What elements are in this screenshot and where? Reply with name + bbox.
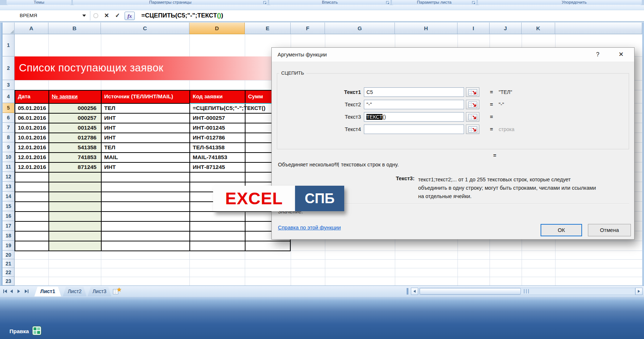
ribbon-group-3[interactable]: Вписать <box>269 0 390 5</box>
cell-C9[interactable]: ТЕЛ <box>102 142 189 152</box>
column-header-E[interactable]: E <box>245 23 291 34</box>
name-box[interactable]: ВРЕМЯ <box>20 10 37 21</box>
nav-next-icon[interactable] <box>17 289 20 294</box>
row-header-21[interactable]: 21 <box>3 259 15 268</box>
cell-A5[interactable]: 05.01.2016 <box>15 103 48 113</box>
field-input-3[interactable]: ТЕКСТ() <box>364 112 464 122</box>
column-header-C[interactable]: C <box>101 23 189 34</box>
dialog-cancel-button[interactable]: Отмена <box>588 224 631 236</box>
enter-entry-icon[interactable]: ✓ <box>115 10 120 21</box>
nav-first-icon[interactable] <box>3 289 7 294</box>
function-help-link[interactable]: Справка по этой функции <box>278 225 341 230</box>
cell-B11[interactable]: 871245 <box>48 162 100 172</box>
cell-A7[interactable]: 10.01.2016 <box>15 123 48 133</box>
select-all-corner[interactable] <box>3 23 15 34</box>
column-header-A[interactable]: A <box>15 23 48 34</box>
hscroll-grip[interactable] <box>524 289 530 293</box>
row-header-22[interactable]: 22 <box>3 268 15 277</box>
row-header-2[interactable]: 2 <box>3 56 15 80</box>
nav-prev-icon[interactable] <box>10 289 13 294</box>
row-header-16[interactable]: 16 <box>3 211 15 221</box>
row-header-7[interactable]: 7 <box>3 123 15 133</box>
row-header-6[interactable]: 6 <box>3 113 15 123</box>
cell-C11[interactable]: ИНТ <box>102 162 189 172</box>
collapse-dialog-button[interactable] <box>466 112 479 122</box>
row-header-17[interactable]: 17 <box>3 221 15 231</box>
field-input-4[interactable] <box>364 125 464 134</box>
row-header-9[interactable]: 9 <box>3 142 15 152</box>
insert-worksheet-icon[interactable] <box>112 287 123 296</box>
column-header-G[interactable]: G <box>325 23 395 34</box>
cell-A9[interactable]: 12.01.2016 <box>15 142 48 152</box>
cell-C7[interactable]: ИНТ <box>102 123 189 133</box>
cell-C8[interactable]: ИНТ <box>102 133 189 142</box>
field-input-1[interactable]: C5 <box>364 87 464 97</box>
cell-B8[interactable]: 012786 <box>48 133 100 142</box>
sheet-tab-Лист3[interactable]: Лист3 <box>87 287 111 297</box>
hscroll-left-button[interactable] <box>411 288 418 295</box>
row-header-1[interactable]: 1 <box>3 34 15 56</box>
cell-A11[interactable]: 12.01.2016 <box>15 162 48 172</box>
hscroll-right-button[interactable] <box>635 288 643 295</box>
cell-B6[interactable]: 000257 <box>48 113 100 123</box>
column-header-B[interactable]: B <box>48 23 101 34</box>
dialog-launcher-icon[interactable] <box>386 1 389 4</box>
row-header-20[interactable]: 20 <box>3 251 15 259</box>
hscroll-thumb[interactable] <box>420 288 521 295</box>
ribbon-group-1[interactable]: Темы <box>7 0 71 5</box>
column-header-J[interactable]: J <box>490 23 522 34</box>
cell-A10[interactable]: 12.01.2016 <box>15 152 48 162</box>
close-icon[interactable]: ✕ <box>612 48 630 62</box>
column-header-I[interactable]: I <box>458 23 490 34</box>
row-header-13[interactable]: 13 <box>3 182 15 192</box>
row-header-19[interactable]: 19 <box>3 241 15 251</box>
cell-B5[interactable]: 000256 <box>48 103 100 113</box>
cell-C5[interactable]: ТЕЛ <box>102 103 189 113</box>
collapse-dialog-button[interactable] <box>466 125 479 134</box>
ok-button[interactable]: ОК <box>541 224 582 236</box>
cell-B10[interactable]: 741853 <box>48 152 100 162</box>
cell-C6[interactable]: ИНТ <box>102 113 189 123</box>
cell-A8[interactable]: 10.01.2016 <box>15 133 48 142</box>
sheet-tab-Лист1[interactable]: Лист1 <box>34 287 61 297</box>
dialog-launcher-icon[interactable] <box>472 1 475 4</box>
cell-B9[interactable]: 541358 <box>48 142 100 152</box>
ribbon-group-5[interactable]: Упорядочить <box>478 0 642 5</box>
row-header-5[interactable]: 5 <box>3 103 15 113</box>
dialog-titlebar[interactable]: Аргументы функции ? ✕ <box>272 48 634 62</box>
formula-input[interactable]: =СЦЕПИТЬ(C5;"-";ТЕКСТ()) <box>141 10 223 21</box>
row-header-4[interactable]: 4 <box>3 90 15 103</box>
row-header-14[interactable]: 14 <box>3 192 15 201</box>
row-header-18[interactable]: 18 <box>3 231 15 241</box>
cell-C10[interactable]: MAIL <box>102 152 189 162</box>
collapse-dialog-button[interactable] <box>466 100 479 109</box>
collapse-dialog-button[interactable] <box>466 87 479 97</box>
insert-function-button[interactable]: fx <box>125 12 135 20</box>
sheet-tab-Лист2[interactable]: Лист2 <box>63 287 87 297</box>
name-box-dropdown-icon[interactable] <box>82 15 86 17</box>
row-header-10[interactable]: 10 <box>3 152 15 162</box>
dialog-launcher-icon[interactable] <box>263 1 266 4</box>
column-header-H[interactable]: H <box>395 23 458 34</box>
help-button[interactable]: ? <box>590 48 605 62</box>
equals-sign: = <box>490 87 493 97</box>
excel-app-icon[interactable] <box>32 326 42 337</box>
nav-last-icon[interactable] <box>25 289 29 294</box>
cell-A6[interactable]: 06.01.2016 <box>15 113 48 123</box>
column-header-K[interactable]: K <box>522 23 555 34</box>
row-header-3[interactable]: 3 <box>3 80 15 90</box>
row-header-8[interactable]: 8 <box>3 133 15 142</box>
row-header-15[interactable]: 15 <box>3 201 15 211</box>
row-header-12[interactable]: 12 <box>3 172 15 182</box>
column-header-blank[interactable] <box>555 23 642 34</box>
column-header-F[interactable]: F <box>291 23 325 34</box>
column-header-D[interactable]: D <box>189 23 245 34</box>
ribbon-group-4[interactable]: Параметры листа <box>392 0 476 5</box>
row-header-23[interactable]: 23 <box>3 277 15 285</box>
cell-B7[interactable]: 001245 <box>48 123 100 133</box>
ribbon-group-2[interactable]: Параметры страницы <box>73 0 268 5</box>
field-input-2[interactable]: "-" <box>364 100 464 109</box>
row-header-11[interactable]: 11 <box>3 162 15 172</box>
tab-split-handle[interactable] <box>407 288 408 295</box>
cancel-entry-icon[interactable]: ✕ <box>104 10 109 21</box>
